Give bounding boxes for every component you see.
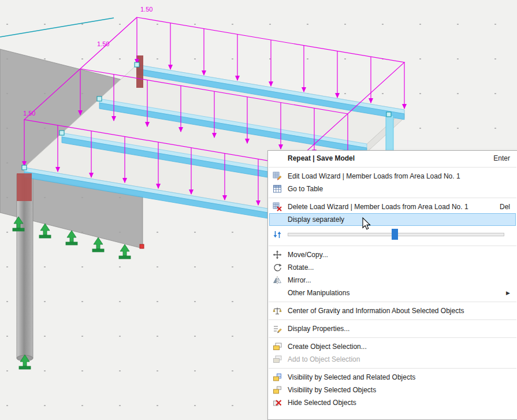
menu-item-visibility-selected[interactable]: Visibility by Selected Objects: [268, 384, 517, 396]
visibility-selected-icon: [271, 385, 283, 395]
menu-item-label: Display Properties...: [288, 325, 349, 333]
context-menu: Repeat | Save Model Enter Edit Load Wiza…: [267, 150, 517, 420]
load-value-label-3: 1.50: [23, 110, 35, 117]
menu-item-label: Visibility by Selected Objects: [288, 386, 376, 394]
slider-track[interactable]: [288, 233, 504, 236]
slider-thumb[interactable]: [392, 229, 398, 240]
menu-item-display-properties[interactable]: Display Properties...: [268, 322, 517, 335]
load-wizard-edit-icon: [271, 172, 283, 181]
menu-separator: [269, 198, 516, 198]
menu-item-other-manipulations[interactable]: Other Manipulations ▶: [268, 287, 517, 299]
menu-item-go-to-table[interactable]: Go to Table: [268, 183, 517, 195]
selected-member-strip-column[interactable]: [17, 173, 32, 201]
sort-arrows-icon: [271, 230, 283, 239]
support-2[interactable]: [39, 224, 51, 238]
menu-item-edit-load-wizard[interactable]: Edit Load Wizard | Member Loads from Are…: [268, 170, 517, 183]
menu-item-label: Repeat | Save Model: [288, 154, 355, 162]
load-value-label-1: 1.50: [140, 6, 153, 13]
menu-item-visibility-selected-related[interactable]: Visibility by Selected and Related Objec…: [268, 371, 517, 384]
support-3[interactable]: [66, 231, 77, 245]
hide-objects-icon: [271, 398, 283, 407]
load-value-label-2: 1.50: [97, 40, 109, 47]
menu-item-label: Rotate...: [288, 263, 314, 272]
support-5[interactable]: [119, 244, 131, 259]
column-member-left[interactable]: [17, 174, 33, 361]
submenu-arrow-icon: ▶: [506, 290, 510, 296]
selected-node[interactable]: [140, 244, 144, 248]
menu-shortcut: Del: [489, 203, 510, 211]
menu-item-label: Move/Copy...: [288, 251, 328, 259]
rotate-icon: [271, 263, 283, 272]
no-icon: [271, 154, 283, 163]
move-icon: [271, 250, 283, 259]
menu-separator: [269, 246, 516, 246]
menu-item-label: Mirror...: [288, 276, 311, 284]
menu-item-label: Edit Load Wizard | Member Loads from Are…: [288, 172, 460, 180]
menu-item-display-separately[interactable]: Display separately: [269, 213, 516, 226]
menu-item-label: Go to Table: [288, 185, 323, 193]
mirror-icon: [271, 276, 283, 285]
menu-item-mirror[interactable]: Mirror...: [268, 274, 517, 287]
create-selection-icon: [271, 342, 283, 351]
menu-item-label: Center of Gravity and Information About …: [288, 307, 464, 315]
support-4[interactable]: [92, 237, 104, 252]
selected-member-strip-top[interactable]: [136, 55, 143, 88]
menu-item-move-copy[interactable]: Move/Copy...: [268, 248, 517, 261]
menu-separator: [269, 302, 516, 302]
menu-separator: [269, 319, 516, 320]
table-icon: [271, 184, 283, 194]
no-icon: [271, 288, 283, 298]
menu-item-label: Display separately: [288, 215, 344, 224]
menu-item-hide-selected-objects[interactable]: Hide Selected Objects: [268, 396, 517, 409]
menu-item-label: Visibility by Selected and Related Objec…: [288, 373, 415, 381]
add-selection-icon: [271, 355, 283, 364]
node-5[interactable]: [386, 112, 391, 117]
menu-shortcut: Enter: [483, 154, 510, 162]
load-wizard-delete-icon: [271, 202, 283, 211]
menu-item-label: Hide Selected Objects: [288, 399, 356, 407]
menu-item-repeat-save-model[interactable]: Repeat | Save Model Enter: [268, 152, 517, 165]
menu-item-label: Other Manipulations: [288, 289, 349, 297]
node-3[interactable]: [59, 131, 64, 135]
menu-separator: [269, 337, 516, 338]
no-icon: [271, 215, 283, 224]
menu-item-label: Create Object Selection...: [288, 343, 367, 351]
visibility-related-icon: [271, 373, 283, 382]
menu-separator: [269, 167, 516, 168]
display-properties-icon: [271, 324, 283, 333]
menu-separator: [269, 368, 516, 369]
menu-item-load-distribution-slider[interactable]: [268, 226, 517, 243]
node-2[interactable]: [97, 96, 102, 101]
menu-item-label: Delete Load Wizard | Member Loads from A…: [288, 203, 468, 211]
menu-item-center-of-gravity[interactable]: Center of Gravity and Information About …: [268, 304, 517, 317]
menu-item-label: Add to Object Selection: [288, 355, 360, 363]
menu-item-rotate[interactable]: Rotate...: [268, 261, 517, 274]
menu-item-delete-load-wizard[interactable]: Delete Load Wizard | Member Loads from A…: [268, 200, 517, 213]
menu-item-add-to-object-selection: Add to Object Selection: [268, 353, 517, 366]
center-of-gravity-icon: [271, 306, 283, 315]
menu-item-create-object-selection[interactable]: Create Object Selection...: [268, 340, 517, 353]
node-1[interactable]: [135, 62, 139, 67]
model-edge-line[interactable]: [0, 18, 114, 37]
viewport[interactable]: 1.50 1.50 1.50 Repeat | Save Model Enter…: [0, 0, 517, 420]
node-4[interactable]: [22, 165, 27, 170]
